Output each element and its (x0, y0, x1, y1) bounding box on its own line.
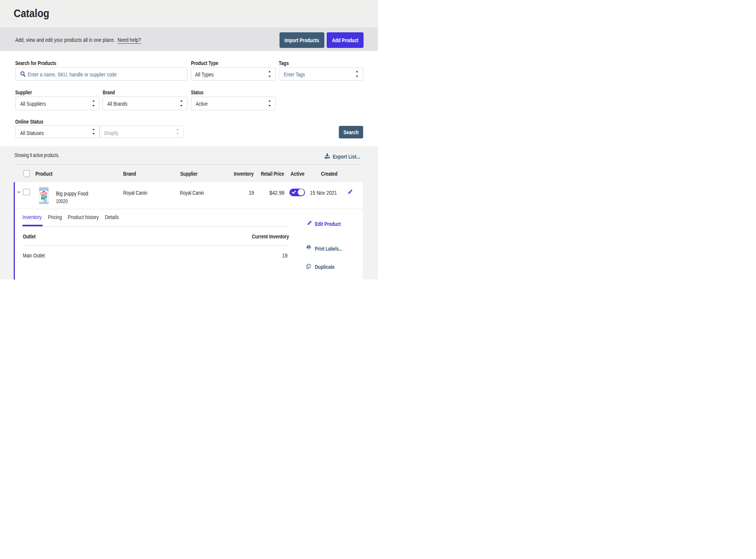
svg-text:PUPPY: PUPPY (41, 196, 46, 198)
svg-text:ROYAL CANIN: ROYAL CANIN (40, 192, 48, 194)
